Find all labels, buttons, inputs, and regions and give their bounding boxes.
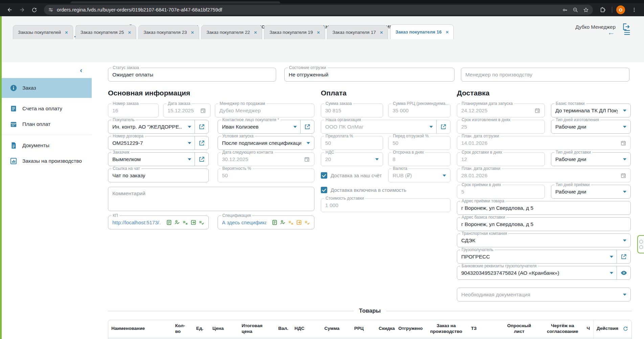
tab-zakaz-16[interactable]: Заказ покупателя 16 ×	[390, 24, 453, 39]
dropdown-arrow-icon[interactable]	[307, 142, 310, 144]
column-header[interactable]: Наименование	[108, 320, 172, 338]
open-customer-icon[interactable]	[195, 153, 208, 166]
zoom-out-icon[interactable]	[573, 7, 578, 13]
kp-list-reject-icon[interactable]	[182, 220, 188, 225]
vat-field[interactable]: НДС 20	[321, 152, 383, 166]
dropdown-arrow-icon[interactable]	[188, 142, 191, 144]
dropdown-arrow-icon[interactable]	[375, 158, 379, 160]
browser-extension-widget[interactable]	[637, 235, 644, 253]
kp-field[interactable]: КП http://localhost:5173/...	[108, 216, 209, 229]
dropdown-arrow-icon[interactable]	[429, 126, 433, 128]
column-header[interactable]: Ед.	[193, 320, 209, 338]
kp-person-approve-icon[interactable]	[174, 220, 180, 225]
sidebar-item-dokumenty[interactable]: Документы	[2, 138, 92, 153]
close-icon[interactable]: ×	[128, 29, 131, 35]
spec-view-doc-icon[interactable]	[272, 220, 277, 225]
close-icon[interactable]: ×	[380, 29, 383, 35]
spec-list-reject-icon[interactable]	[288, 220, 294, 225]
sales-manager-field[interactable]: Менеджер по продажам Дубко Менеджер	[215, 104, 314, 117]
column-header[interactable]: НДС	[291, 320, 321, 338]
checkbox-checked-icon[interactable]	[321, 187, 327, 193]
delivery-days-field[interactable]: Срок доставки в днях 12	[457, 152, 545, 166]
column-header[interactable]: Сумма	[321, 320, 351, 338]
site-settings-icon[interactable]	[48, 7, 53, 13]
address-bar[interactable]: orders.regina.fvds.ru/buyer-orders/019b2…	[44, 5, 593, 15]
column-header[interactable]: Цена	[209, 320, 239, 338]
contact-person-field[interactable]: Контактное лицо покупателя * Иван Колизе…	[218, 120, 314, 134]
planned-shipment-date-field[interactable]: План. дата отгрузки 14.01.2026	[457, 136, 631, 150]
consignee-bank-field[interactable]: Банковские реквизиты грузополучателя 904…	[457, 266, 631, 280]
planned-launch-date-field[interactable]: Планируемая дата запуска 24.12.2025	[457, 104, 545, 117]
sidebar-item-zakazy-na-proizvodstvo[interactable]: Заказы на производство	[2, 153, 92, 169]
column-header[interactable]: Вал.	[275, 320, 291, 338]
kp-open-box-icon[interactable]	[191, 220, 196, 225]
browser-tab[interactable]	[70, 1, 280, 3]
sidebar-collapse-icon[interactable]: ‹	[80, 66, 82, 74]
column-header[interactable]: Заказ на производство	[424, 320, 468, 338]
dropdown-arrow-icon[interactable]	[623, 240, 626, 242]
open-organization-icon[interactable]	[437, 120, 450, 133]
bookmark-star-icon[interactable]	[583, 7, 589, 13]
shipment-state-field[interactable]: Состояние отгрузки Не отгруженный	[284, 68, 454, 82]
column-header[interactable]: Чертёж на согласование	[539, 320, 586, 338]
close-icon[interactable]: ×	[317, 29, 320, 35]
back-icon[interactable]	[5, 5, 15, 15]
delivery-included-checkbox[interactable]: Доставка включена в стоимость	[321, 187, 450, 193]
tab-zakaz-19[interactable]: Заказ покупателя 19 ×	[264, 25, 325, 39]
spec-open-box-icon[interactable]	[296, 220, 302, 225]
tab-zakaz-25[interactable]: Заказ покупателя 25 ×	[75, 25, 136, 39]
kp-view-doc-icon[interactable]	[166, 220, 172, 225]
column-header[interactable]: Отгружено	[395, 320, 424, 338]
forward-icon[interactable]	[17, 5, 27, 15]
open-consignee-icon[interactable]	[617, 250, 630, 263]
specification-field[interactable]: Спецификация А здесь спецификац...	[218, 216, 314, 229]
column-header[interactable]: Скидка	[376, 320, 395, 338]
close-icon[interactable]: ×	[191, 29, 194, 35]
prepayment-field[interactable]: Предоплата % 50	[321, 136, 383, 150]
currency-field[interactable]: Валюта RUB (₽)	[388, 168, 450, 182]
acceptance-days-field[interactable]: Срок приёмки в днях 5	[457, 185, 545, 199]
transport-company-field[interactable]: Транспортная компания СДЭК	[457, 233, 631, 247]
dropdown-arrow-icon[interactable]	[610, 256, 613, 258]
tab-zakazy-pokupateley[interactable]: Заказы покупателей ×	[13, 25, 73, 39]
tab-zakaz-23[interactable]: Заказ покупателя 23 ×	[138, 25, 199, 39]
order-sum-field[interactable]: Сумма заказа 30 815	[321, 104, 383, 117]
dropdown-arrow-icon[interactable]	[443, 175, 446, 177]
acceptance-day-type-field[interactable]: Тип дней приёмки Рабочие дни	[551, 185, 631, 199]
calendar-icon[interactable]	[200, 108, 206, 114]
calendar-icon[interactable]	[620, 140, 626, 146]
profile-avatar[interactable]: О	[616, 5, 625, 14]
eye-icon[interactable]	[617, 266, 630, 279]
dropdown-arrow-icon[interactable]	[293, 126, 297, 128]
our-organization-field[interactable]: Наша организация ООО ПК ОлМаг	[321, 120, 450, 134]
delivery-cost-field[interactable]: Стоимость доставки 1 000	[321, 198, 450, 212]
required-docs-field[interactable]: Необходимая документация	[457, 288, 631, 301]
planned-delivery-date-field[interactable]: План. дата доставки 28.01.2026	[457, 168, 631, 182]
refresh-icon[interactable]	[623, 326, 628, 332]
open-contact-icon[interactable]	[301, 120, 314, 133]
dropdown-arrow-icon[interactable]	[623, 110, 626, 112]
order-date-field[interactable]: Дата заказа 15.12.2025	[163, 104, 210, 117]
dropdown-arrow-icon[interactable]	[188, 158, 191, 160]
spec-list-approve-icon[interactable]	[304, 220, 310, 225]
deferral-days-field[interactable]: Отсрочка в днях 8	[388, 152, 450, 166]
menu-kebab-icon[interactable]	[629, 5, 639, 15]
before-shipment-field[interactable]: Перед отгрузкой % 50	[388, 136, 450, 150]
dropdown-arrow-icon[interactable]	[623, 126, 626, 128]
close-icon[interactable]: ×	[65, 29, 68, 35]
url-text[interactable]: orders.regina.fvds.ru/buyer-orders/019b2…	[57, 7, 559, 13]
reload-icon[interactable]	[29, 5, 39, 15]
sidebar-item-scheta-na-oplatu[interactable]: Счета на оплату	[2, 101, 92, 116]
open-contract-icon[interactable]	[195, 136, 208, 150]
dropdown-arrow-icon[interactable]	[623, 191, 626, 193]
tab-zakaz-22[interactable]: Заказ покупателя 22 ×	[201, 25, 262, 39]
rrc-sum-field[interactable]: Сумма РРЦ (рекомендуема... 35 000	[388, 104, 450, 117]
comment-textarea[interactable]: Комментарий	[108, 187, 314, 211]
launch-terms-field[interactable]: Условия запуска После подписания специфи…	[218, 136, 314, 150]
contract-number-field[interactable]: Номер договора ОМ251229-7	[108, 136, 209, 150]
close-icon[interactable]: ×	[254, 29, 257, 35]
customer-field[interactable]: Заказчик Вымпелком	[108, 152, 209, 166]
production-manager-field[interactable]: Менеджер по производству	[461, 68, 629, 82]
order-status-field[interactable]: Статус заказа Ожидает оплаты	[108, 68, 276, 82]
dropdown-arrow-icon[interactable]	[623, 294, 626, 296]
